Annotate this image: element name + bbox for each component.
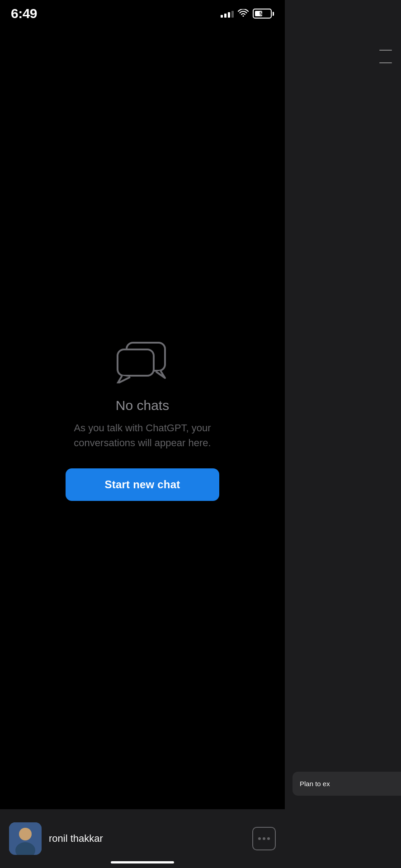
svg-point-3 <box>19 828 32 840</box>
signal-bars-icon <box>221 9 234 18</box>
dot-3 <box>267 837 270 840</box>
status-time: 6:49 <box>11 6 37 21</box>
chat-bubbles-icon <box>113 334 172 385</box>
start-new-chat-button[interactable]: Start new chat <box>66 468 219 501</box>
main-panel: 6:49 50 <box>0 0 285 868</box>
more-dots-icon <box>258 837 270 840</box>
battery-text: 50 <box>259 11 265 16</box>
signal-bar-4 <box>231 11 234 18</box>
center-content: No chats As you talk with ChatGPT, your … <box>29 334 255 501</box>
avatar-svg <box>9 822 42 855</box>
battery-indicator: 50 <box>253 9 274 19</box>
dot-2 <box>263 837 265 840</box>
no-chats-title: No chats <box>116 398 169 413</box>
signal-bar-1 <box>221 15 223 18</box>
home-indicator <box>111 861 174 863</box>
menu-icon[interactable] <box>374 50 392 63</box>
no-chats-subtitle: As you talk with ChatGPT, your conversat… <box>47 420 237 450</box>
wifi-icon <box>237 9 249 18</box>
bottom-bar: ronil thakkar <box>0 809 285 868</box>
signal-bar-2 <box>224 14 226 18</box>
side-suggestion-card: Plan to ex <box>292 772 401 796</box>
battery-tip <box>273 12 274 16</box>
avatar <box>9 822 42 855</box>
side-suggestion-text: Plan to ex <box>300 780 330 788</box>
signal-bar-3 <box>228 12 230 18</box>
status-bar: 6:49 50 <box>0 0 285 27</box>
username-label: ronil thakkar <box>49 833 103 844</box>
battery-body: 50 <box>253 9 272 19</box>
dot-1 <box>258 837 261 840</box>
more-options-button[interactable] <box>252 827 276 850</box>
avatar-image <box>9 822 42 855</box>
svg-rect-1 <box>118 349 154 376</box>
status-icons: 50 <box>221 9 274 19</box>
user-info: ronil thakkar <box>9 822 103 855</box>
chat-bubbles-svg <box>113 334 172 383</box>
side-panel <box>285 0 401 868</box>
